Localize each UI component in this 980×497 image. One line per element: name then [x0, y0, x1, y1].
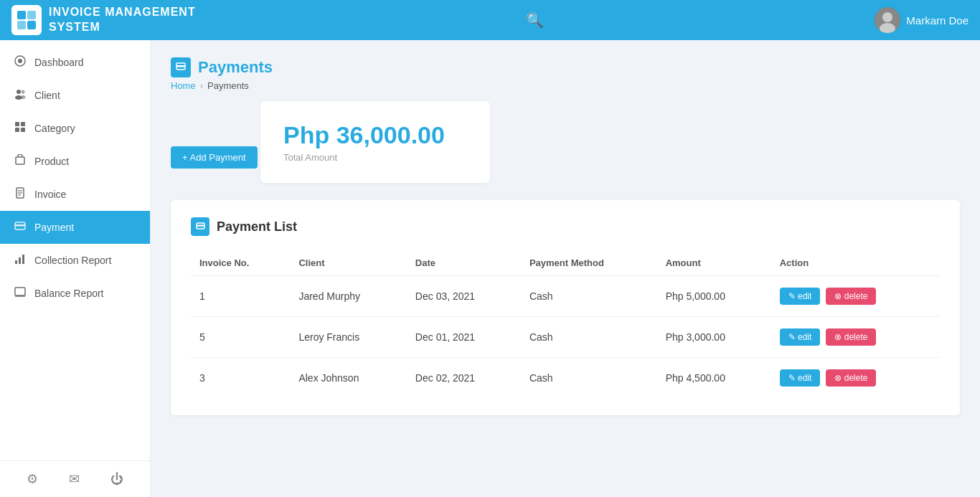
search-icon[interactable]: 🔍: [526, 11, 544, 29]
svg-point-8: [18, 59, 22, 63]
svg-point-12: [21, 95, 26, 99]
cell-date: Dec 03, 2021: [407, 276, 521, 317]
edit-button[interactable]: ✎ edit: [780, 288, 821, 305]
cell-amount: Php 4,500.00: [657, 358, 771, 399]
breadcrumb-separator: ›: [200, 80, 203, 91]
svg-rect-24: [15, 260, 17, 264]
delete-button[interactable]: ⊗ delete: [826, 288, 876, 305]
svg-point-5: [882, 12, 892, 22]
total-card: Php 36,000.00 Total Amount: [260, 101, 490, 183]
table-row: 1 Jared Murphy Dec 03, 2021 Cash Php 5,0…: [191, 276, 940, 317]
user-name: Markarn Doe: [906, 14, 969, 27]
svg-rect-15: [15, 128, 19, 132]
payment-list-icon: [191, 217, 209, 236]
sidebar-label-client: Client: [34, 90, 60, 101]
mail-icon[interactable]: ✉: [69, 471, 80, 487]
table-row: 3 Alex Johnson Dec 02, 2021 Cash Php 4,5…: [191, 358, 940, 399]
svg-rect-3: [27, 21, 36, 29]
sidebar-nav: Dashboard Client Category Product: [0, 40, 150, 310]
col-method: Payment Method: [521, 250, 657, 276]
sidebar-label-category: Category: [34, 123, 75, 134]
cell-amount: Php 3,000.00: [657, 317, 771, 358]
edit-button[interactable]: ✎ edit: [780, 369, 821, 387]
cell-invoice-no: 1: [191, 276, 290, 317]
svg-rect-27: [15, 288, 25, 295]
sidebar-item-dashboard[interactable]: Dashboard: [0, 46, 150, 79]
sidebar-label-balance-report: Balance Report: [34, 288, 104, 299]
cell-invoice-no: 5: [191, 317, 290, 358]
cell-date: Dec 02, 2021: [407, 358, 521, 399]
cell-action: ✎ edit ⊗ delete: [771, 317, 940, 358]
col-date: Date: [407, 250, 521, 276]
cell-client: Alex Johnson: [290, 358, 406, 399]
payment-icon: [14, 220, 26, 235]
cell-invoice-no: 3: [191, 358, 290, 399]
col-client: Client: [290, 250, 406, 276]
payment-list-card: Payment List Invoice No. Client Date Pay…: [171, 200, 960, 415]
total-label: Total Amount: [283, 152, 467, 163]
breadcrumb: Home › Payments: [171, 80, 960, 91]
svg-rect-13: [15, 122, 19, 126]
payment-table: Invoice No. Client Date Payment Method A…: [191, 250, 940, 398]
svg-rect-30: [176, 65, 185, 67]
sidebar-label-payment: Payment: [34, 222, 74, 233]
sidebar-label-dashboard: Dashboard: [34, 57, 84, 68]
logo-text: INVOICE MANAGEMENT SYSTEM: [49, 5, 196, 35]
delete-button[interactable]: ⊗ delete: [826, 328, 876, 346]
delete-button[interactable]: ⊗ delete: [826, 369, 876, 387]
topbar: INVOICE MANAGEMENT SYSTEM 🔍 Markarn Doe: [0, 0, 980, 40]
cell-method: Cash: [521, 358, 657, 399]
cell-method: Cash: [521, 276, 657, 317]
svg-rect-17: [16, 157, 24, 164]
content-area: Payments Home › Payments + Add Payment P…: [151, 40, 980, 497]
cell-client: Leroy Francis: [290, 317, 406, 358]
page-title: Payments: [198, 58, 273, 77]
sidebar-label-invoice: Invoice: [34, 189, 66, 200]
cell-client: Jared Murphy: [290, 276, 406, 317]
invoice-icon: [14, 187, 26, 202]
cell-date: Dec 01, 2021: [407, 317, 521, 358]
sidebar-item-balance-report[interactable]: Balance Report: [0, 277, 150, 310]
page-header-icon: [171, 57, 191, 77]
avatar: [875, 7, 900, 33]
svg-point-9: [17, 90, 21, 94]
sidebar-bottom: ⚙ ✉ ⏻: [0, 460, 150, 497]
balance-report-icon: [14, 286, 26, 300]
settings-icon[interactable]: ⚙: [27, 471, 38, 487]
svg-rect-2: [17, 21, 26, 29]
user-profile[interactable]: Markarn Doe: [875, 7, 969, 33]
col-invoice-no: Invoice No.: [191, 250, 290, 276]
collection-report-icon: [14, 253, 26, 268]
cell-action: ✎ edit ⊗ delete: [771, 358, 940, 399]
svg-rect-0: [17, 11, 26, 19]
breadcrumb-current: Payments: [207, 80, 249, 91]
sidebar-label-collection-report: Collection Report: [34, 255, 111, 266]
sidebar-item-category[interactable]: Category: [0, 112, 150, 145]
svg-rect-16: [21, 128, 25, 132]
svg-rect-26: [22, 255, 24, 264]
table-row: 5 Leroy Francis Dec 01, 2021 Cash Php 3,…: [191, 317, 940, 358]
cell-action: ✎ edit ⊗ delete: [771, 276, 940, 317]
edit-button[interactable]: ✎ edit: [780, 328, 821, 346]
breadcrumb-home[interactable]: Home: [171, 80, 196, 91]
svg-rect-14: [21, 122, 25, 126]
svg-point-11: [22, 90, 25, 94]
sidebar-item-invoice[interactable]: Invoice: [0, 178, 150, 211]
payment-list-header: Payment List: [191, 217, 940, 236]
add-payment-button[interactable]: + Add Payment: [171, 146, 258, 169]
svg-rect-25: [19, 257, 21, 264]
sidebar-item-client[interactable]: Client: [0, 79, 150, 112]
sidebar-item-collection-report[interactable]: Collection Report: [0, 244, 150, 277]
sidebar-label-product: Product: [34, 156, 69, 167]
logo-icon: [11, 5, 42, 35]
category-icon: [14, 121, 26, 136]
svg-rect-1: [27, 11, 36, 19]
svg-rect-23: [15, 224, 25, 227]
page-header: Payments: [171, 57, 960, 77]
sidebar-item-product[interactable]: Product: [0, 145, 150, 178]
col-action: Action: [771, 250, 940, 276]
product-icon: [14, 154, 26, 169]
sidebar-item-payment[interactable]: Payment: [0, 211, 150, 244]
power-icon[interactable]: ⏻: [110, 472, 123, 487]
payment-list-title: Payment List: [217, 219, 297, 235]
